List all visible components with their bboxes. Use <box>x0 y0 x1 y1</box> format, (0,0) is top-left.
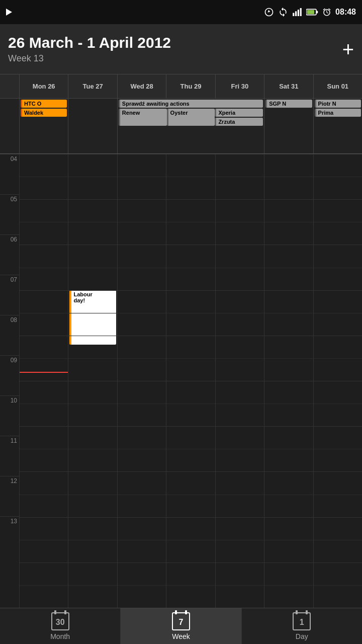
grid-col-thu[interactable] <box>166 154 215 608</box>
half-line-tue-13 <box>68 585 117 586</box>
half-line-wed-08 <box>118 358 166 359</box>
event-xperia[interactable]: Xperia <box>215 109 263 117</box>
hour-line-fri-09 <box>216 381 264 381</box>
hour-line-sun-12 <box>314 517 362 518</box>
hour-line-thu-05 <box>166 199 215 200</box>
add-button[interactable]: + <box>342 39 354 59</box>
grid-col-wed[interactable] <box>117 154 166 608</box>
hour-line-wed-04 <box>118 154 166 154</box>
grid-col-sun[interactable] <box>313 154 362 608</box>
day-header-sun[interactable]: Sun 01 <box>313 74 362 98</box>
hour-line-wed-05 <box>118 199 166 200</box>
allday-sat: SGP N <box>264 99 313 153</box>
half-line-fri-12 <box>216 540 264 540</box>
hour-line-mon-08 <box>20 336 68 336</box>
half-line-sun-08 <box>314 358 362 359</box>
status-bar: 08:48 <box>0 0 362 24</box>
half-line-sat-10 <box>264 449 313 449</box>
sync-icon <box>278 7 288 17</box>
hour-line-tue-05 <box>68 199 117 200</box>
header-subtitle: Week 13 <box>8 53 171 64</box>
day-header-tue[interactable]: Tue 27 <box>68 74 117 98</box>
month-label: Month <box>50 632 70 640</box>
day-header-wed[interactable]: Wed 28 <box>117 74 166 98</box>
hour-line-fri-06 <box>216 245 264 245</box>
tab-month[interactable]: 30 Month <box>0 608 121 644</box>
half-line-sat-08 <box>264 358 313 359</box>
bottom-nav: 30 Month 7 Week 1 Day <box>0 608 362 644</box>
svg-rect-5 <box>316 11 318 14</box>
half-line-fri-07 <box>216 313 264 313</box>
grid-col-fri[interactable] <box>215 154 264 608</box>
cal-rings-day <box>296 610 308 614</box>
hour-line-sat-08 <box>264 336 313 336</box>
day-header-sat[interactable]: Sat 31 <box>264 74 313 98</box>
half-line-fri-04 <box>216 177 264 177</box>
half-line-fri-10 <box>216 449 264 449</box>
event-htc[interactable]: HTC O <box>21 100 67 108</box>
event-sprawdz[interactable]: Sprawdź awaiting actions <box>119 100 263 108</box>
day-header-mon[interactable]: Mon 26 <box>19 74 68 98</box>
half-line-fri-11 <box>216 495 264 495</box>
half-line-sun-06 <box>314 268 362 268</box>
half-line-sun-04 <box>314 177 362 177</box>
grid-col-tue[interactable]: Labourday! <box>68 154 117 608</box>
hour-line-sun-10 <box>314 426 362 427</box>
event-waldek[interactable]: Waldek <box>21 109 67 117</box>
half-line-fri-09 <box>216 404 264 404</box>
hour-line-wed-13 <box>118 562 166 563</box>
hour-line-mon-07 <box>20 290 68 291</box>
time-label-04: 04 <box>0 154 19 194</box>
day-header-fri[interactable]: Fri 30 <box>215 74 264 98</box>
half-line-fri-08 <box>216 358 264 359</box>
hour-line-tue-04 <box>68 154 117 154</box>
cal-ring-left-day <box>296 610 298 614</box>
event-labour-day[interactable]: Labourday! <box>69 290 116 345</box>
hour-line-fri-05 <box>216 199 264 200</box>
hour-line-tue-06 <box>68 245 117 245</box>
hour-line-sun-05 <box>314 199 362 200</box>
hour-line-mon-13 <box>20 562 68 563</box>
time-label-08: 08 <box>0 315 19 355</box>
hour-line-sun-09 <box>314 381 362 381</box>
half-line-sun-11 <box>314 495 362 495</box>
grid-col-sat[interactable] <box>264 154 313 608</box>
cal-ring-right <box>64 610 66 614</box>
grid-col-mon[interactable] <box>19 154 68 608</box>
half-line-mon-13 <box>20 585 68 586</box>
hour-line-sat-07 <box>264 290 313 291</box>
day-header-thu[interactable]: Thu 29 <box>166 74 215 98</box>
half-line-fri-13 <box>216 585 264 586</box>
half-line-sat-07 <box>264 313 313 313</box>
tab-week[interactable]: 7 Week <box>121 608 241 644</box>
week-number: 7 <box>179 618 184 627</box>
hour-line-wed-12 <box>118 517 166 518</box>
hour-line-fri-07 <box>216 290 264 291</box>
event-renew[interactable]: Renew <box>119 109 167 126</box>
time-grid: 04050607080910111213 Labourday! <box>0 154 362 608</box>
hour-line-thu-04 <box>166 154 215 154</box>
hour-line-fri-10 <box>216 426 264 427</box>
half-line-tue-07 <box>68 313 117 313</box>
day-label: Day <box>296 632 308 640</box>
time-label-07: 07 <box>0 275 19 315</box>
event-prima[interactable]: Prima <box>315 109 361 117</box>
event-piotr[interactable]: Piotr N <box>315 100 361 108</box>
cal-rings-month <box>54 610 66 614</box>
hour-line-fri-11 <box>216 471 264 472</box>
hour-line-mon-05 <box>20 199 68 200</box>
event-oyster[interactable]: Oyster <box>167 109 215 126</box>
week-label: Week <box>172 632 190 640</box>
time-label-11: 11 <box>0 436 19 476</box>
half-line-fri-06 <box>216 268 264 268</box>
half-line-mon-10 <box>20 449 68 449</box>
time-col: 04050607080910111213 <box>0 154 19 608</box>
half-line-sun-13 <box>314 585 362 586</box>
cal-rings-week <box>175 610 187 614</box>
time-label-12: 12 <box>0 476 19 516</box>
event-zrzuta[interactable]: Zrzuta <box>215 118 263 126</box>
event-sgp[interactable]: SGP N <box>265 100 312 108</box>
tab-day[interactable]: 1 Day <box>242 608 362 644</box>
hour-line-fri-12 <box>216 517 264 518</box>
half-line-thu-08 <box>166 358 215 359</box>
